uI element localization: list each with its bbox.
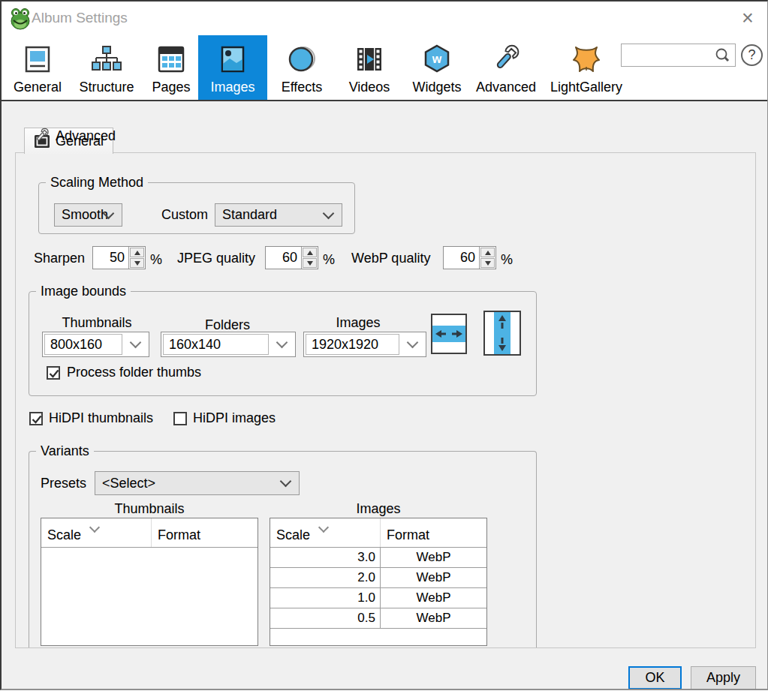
thumbnails-bounds-value[interactable]: 800x160 bbox=[44, 334, 122, 355]
fit-width-icon bbox=[432, 315, 465, 353]
advanced-tab-icon bbox=[33, 128, 50, 145]
empty-table-row[interactable] bbox=[270, 629, 486, 648]
column-header-scale[interactable]: Scale bbox=[270, 518, 381, 547]
variants-group: Variants Presets <Select> Thumbnails Sca… bbox=[29, 451, 537, 648]
jpeg-quality-spinbox[interactable]: 60 bbox=[265, 246, 318, 269]
toolbar-item-images[interactable]: Images bbox=[198, 35, 267, 100]
custom-scaling-select[interactable]: Standard bbox=[215, 203, 342, 227]
fit-height-icon bbox=[485, 312, 520, 354]
custom-label: Custom bbox=[152, 207, 208, 223]
jpeg-quality-value[interactable]: 60 bbox=[266, 247, 301, 269]
table-row[interactable]: 2.0WebP bbox=[270, 568, 486, 588]
toolbar-label: Videos bbox=[349, 80, 390, 95]
apply-button[interactable]: Apply bbox=[691, 666, 756, 689]
search-icon bbox=[715, 47, 731, 65]
search-input[interactable] bbox=[625, 46, 716, 65]
toolbar-label: Images bbox=[210, 80, 254, 95]
column-header-format[interactable]: Format bbox=[152, 518, 258, 547]
hidpi-thumbnails-label[interactable]: HiDPI thumbnails bbox=[49, 410, 153, 426]
toolbar-item-effects[interactable]: Effects bbox=[267, 35, 336, 100]
fit-height-button[interactable] bbox=[483, 311, 521, 356]
app-frog-icon bbox=[11, 8, 30, 35]
column-header-scale[interactable]: Scale bbox=[41, 518, 152, 547]
table-cell: WebP bbox=[381, 588, 486, 608]
toolbar-item-advanced[interactable]: Advanced bbox=[471, 35, 541, 100]
chevron-down-icon bbox=[280, 476, 292, 488]
toolbar-item-structure[interactable]: Structure bbox=[69, 35, 144, 100]
jpeg-quality-label: JPEG quality bbox=[177, 251, 255, 266]
videos-icon bbox=[353, 43, 386, 77]
check-icon bbox=[30, 413, 44, 426]
effects-icon bbox=[285, 43, 318, 77]
table-row[interactable]: 3.0WebP bbox=[270, 548, 486, 568]
images-table-caption: Images bbox=[270, 501, 487, 517]
table-cell: 0.5 bbox=[270, 608, 381, 628]
spin-down-button[interactable] bbox=[480, 258, 495, 268]
process-folder-thumbs-label[interactable]: Process folder thumbs bbox=[67, 365, 201, 380]
toolbar-label: Advanced bbox=[476, 80, 536, 95]
toolbar-item-lightgallery[interactable]: LightGallery bbox=[541, 35, 632, 100]
table-cell: WebP bbox=[381, 548, 486, 567]
spin-up-button[interactable] bbox=[303, 248, 317, 257]
chevron-down-icon bbox=[323, 207, 335, 219]
spin-up-button[interactable] bbox=[130, 248, 144, 257]
presets-label: Presets bbox=[41, 476, 86, 491]
chevron-down-icon bbox=[276, 337, 288, 349]
custom-scaling-value: Standard bbox=[222, 207, 277, 223]
webp-quality-value[interactable]: 60 bbox=[444, 247, 479, 269]
webp-quality-spinbox[interactable]: 60 bbox=[443, 246, 496, 269]
thumbnails-variants-table: Scale Format bbox=[41, 518, 258, 646]
ok-button[interactable]: OK bbox=[628, 666, 682, 689]
presets-select[interactable]: <Select> bbox=[95, 471, 300, 495]
group-title: Variants bbox=[36, 443, 94, 459]
sharpen-value[interactable]: 50 bbox=[93, 247, 128, 269]
scaling-method-value: Smooth bbox=[62, 207, 108, 223]
process-folder-thumbs-checkbox[interactable] bbox=[47, 366, 60, 380]
group-title: Scaling Method bbox=[46, 175, 148, 191]
toolbar-item-general[interactable]: General bbox=[6, 35, 69, 100]
advanced-icon bbox=[489, 43, 523, 77]
percent-label: % bbox=[501, 252, 513, 268]
help-button[interactable]: ? bbox=[741, 44, 763, 66]
table-cell: 2.0 bbox=[270, 568, 381, 587]
general-tab-panel: Scaling Method Smooth Custom Standard Sh… bbox=[15, 152, 756, 648]
chevron-down-icon bbox=[407, 337, 419, 349]
pages-icon bbox=[155, 43, 188, 77]
tab-advanced[interactable]: Advanced bbox=[24, 128, 125, 145]
spin-down-button[interactable] bbox=[130, 258, 144, 268]
sharpen-spinbox[interactable]: 50 bbox=[92, 246, 146, 269]
hidpi-images-checkbox[interactable] bbox=[173, 412, 187, 425]
scaling-method-select[interactable]: Smooth bbox=[54, 203, 122, 227]
thumbnails-label: Thumbnails bbox=[41, 315, 153, 331]
lightgallery-icon bbox=[570, 43, 603, 77]
presets-value: <Select> bbox=[102, 476, 155, 491]
widgets-icon: w bbox=[420, 43, 453, 77]
table-row[interactable]: 0.5WebP bbox=[270, 608, 486, 629]
hidpi-thumbnails-checkbox[interactable] bbox=[29, 412, 43, 425]
percent-label: % bbox=[323, 252, 335, 268]
images-bounds-combo[interactable]: 1920x1920 bbox=[303, 332, 426, 357]
spin-up-button[interactable] bbox=[480, 248, 495, 257]
thumbnails-table-caption: Thumbnails bbox=[41, 501, 258, 517]
images-bounds-value[interactable]: 1920x1920 bbox=[306, 334, 399, 355]
hidpi-images-label[interactable]: HiDPI images bbox=[193, 410, 276, 426]
toolbar-item-widgets[interactable]: w Widgets bbox=[402, 35, 471, 100]
toolbar-item-videos[interactable]: Videos bbox=[336, 35, 402, 100]
table-cell: WebP bbox=[381, 568, 486, 587]
folders-bounds-value[interactable]: 160x140 bbox=[163, 334, 269, 355]
thumbnails-bounds-combo[interactable]: 800x160 bbox=[42, 332, 149, 357]
table-row[interactable]: 1.0WebP bbox=[270, 588, 486, 608]
images-variants-table: Scale Format 3.0WebP2.0WebP1.0WebP0.5Web… bbox=[270, 518, 487, 646]
close-button[interactable]: × bbox=[734, 5, 761, 32]
folders-bounds-combo[interactable]: 160x140 bbox=[161, 332, 296, 357]
column-header-format[interactable]: Format bbox=[381, 518, 486, 547]
fit-width-button[interactable] bbox=[431, 314, 467, 354]
scaling-method-group: Scaling Method Smooth Custom Standard bbox=[38, 182, 355, 234]
table-cell: WebP bbox=[381, 608, 486, 628]
images-label: Images bbox=[302, 315, 414, 331]
spin-down-button[interactable] bbox=[303, 258, 317, 268]
percent-label: % bbox=[150, 252, 162, 268]
image-bounds-group: Image bounds Thumbnails 800x160 Folders … bbox=[29, 291, 537, 396]
toolbar-item-pages[interactable]: Pages bbox=[144, 35, 198, 100]
toolbar-label: Structure bbox=[79, 80, 134, 95]
